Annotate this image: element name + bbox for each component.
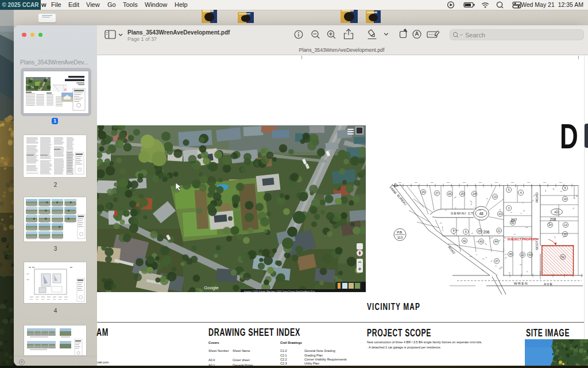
- svg-text:AVE: AVE: [544, 282, 553, 286]
- svg-text:21: 21: [497, 229, 501, 232]
- svg-text:GEMINI CT.: GEMINI CT.: [451, 212, 475, 215]
- svg-text:37: 37: [495, 260, 498, 263]
- svg-text:13: 13: [564, 224, 567, 227]
- svg-text:SUBJECT PROPERTY: SUBJECT PROPERTY: [508, 237, 539, 241]
- svg-text:P.B.: P.B.: [397, 231, 403, 234]
- svg-text:26: 26: [448, 193, 451, 195]
- svg-text:8: 8: [453, 229, 455, 232]
- svg-text:422: 422: [554, 210, 559, 214]
- svg-text:5: 5: [508, 189, 510, 191]
- svg-text:44: 44: [494, 240, 498, 243]
- svg-text:27: 27: [435, 192, 439, 195]
- svg-text:48: 48: [479, 212, 483, 216]
- svg-text:52: 52: [561, 256, 564, 259]
- svg-text:36: 36: [509, 253, 512, 256]
- svg-text:42: 42: [463, 240, 466, 243]
- svg-text:13: 13: [493, 195, 497, 198]
- svg-text:29: 29: [421, 191, 425, 194]
- svg-text:ROAD: ROAD: [447, 246, 456, 255]
- svg-text:19: 19: [563, 198, 567, 201]
- svg-text:113: 113: [397, 236, 403, 239]
- svg-text:25: 25: [461, 193, 464, 195]
- svg-text:Google: Google: [204, 285, 219, 290]
- svg-text:207: 207: [511, 218, 517, 222]
- svg-text:9: 9: [564, 187, 566, 190]
- svg-text:Imagery ©2025 Google, Map data: Imagery ©2025 Google, Map data ©2025 Ter…: [244, 290, 315, 293]
- svg-text:208: 208: [550, 217, 556, 221]
- svg-text:24: 24: [473, 193, 476, 195]
- svg-text:WREN: WREN: [514, 281, 528, 285]
- svg-text:BUREAU: BUREAU: [396, 194, 407, 206]
- svg-text:22: 22: [521, 254, 524, 256]
- svg-text:ROAD: ROAD: [535, 192, 539, 202]
- svg-text:43: 43: [528, 254, 532, 256]
- svg-text:4: 4: [520, 191, 522, 194]
- svg-text:19: 19: [563, 233, 567, 236]
- svg-text:43: 43: [479, 240, 483, 243]
- svg-text:FARM: FARM: [389, 186, 397, 195]
- svg-text:24: 24: [548, 224, 552, 227]
- svg-text:9: 9: [465, 231, 467, 233]
- svg-text:206: 206: [483, 230, 490, 234]
- svg-text:23: 23: [498, 213, 502, 216]
- svg-text:20: 20: [478, 230, 481, 233]
- svg-text:3: 3: [508, 207, 510, 210]
